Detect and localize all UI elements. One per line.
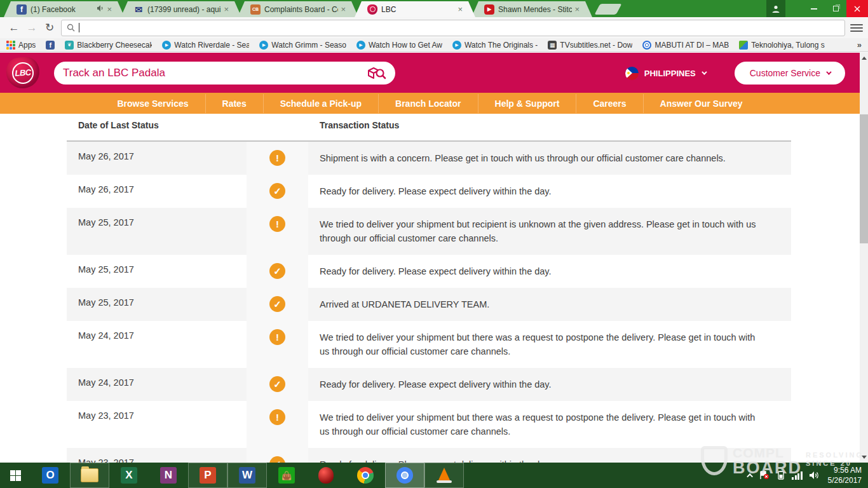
new-tab-button[interactable]	[594, 4, 621, 15]
back-icon[interactable]: ←	[5, 22, 23, 34]
apps-shortcut[interactable]: Apps	[6, 41, 36, 50]
status-icon-cell: ✓	[247, 175, 308, 208]
tab-close-icon[interactable]: ×	[458, 4, 463, 14]
status-text: Ready for delivery. Please expect delive…	[308, 255, 791, 288]
tab-close-icon[interactable]: ×	[224, 4, 229, 14]
check-icon: ✓	[269, 376, 285, 392]
network-signal-icon[interactable]	[792, 471, 803, 480]
nav-item-browse-services[interactable]: Browse Services	[100, 94, 205, 113]
restore-button[interactable]	[825, 0, 846, 17]
bookmark-item[interactable]: ▶Watch Riverdale - Sea	[162, 41, 249, 50]
bookmark-item[interactable]: ▶Watch How to Get Aw	[356, 41, 442, 50]
browser-tab[interactable]: LBC×	[355, 1, 475, 17]
outlook-taskbar-icon[interactable]: O	[31, 463, 70, 488]
profile-icon[interactable]	[766, 0, 785, 17]
table-row: May 25, 2017✓Arrived at URDANETA DELIVER…	[67, 288, 791, 321]
chevron-down-icon	[702, 69, 707, 74]
minimize-button[interactable]	[803, 0, 825, 17]
bookmark-item[interactable]: ▦TVsubtitles.net - Dow	[548, 41, 632, 50]
bookmark-label: Watch The Originals -	[465, 41, 538, 50]
bookmark-label: MABUTI AT DI – MAB	[654, 41, 729, 50]
reload-icon[interactable]: ↻	[41, 21, 58, 34]
clock-time: 9:56 AM	[828, 465, 862, 475]
table-header: Date of Last Status Transaction Status	[67, 114, 791, 142]
status-text: Shipment is with a concern. Please get i…	[308, 142, 791, 175]
lbc-logo[interactable]: LBC	[5, 56, 40, 90]
check-icon: ✓	[269, 263, 285, 279]
track-package-icon[interactable]	[367, 66, 386, 80]
scroll-up-icon[interactable]	[862, 57, 867, 60]
tab-close-icon[interactable]: ×	[574, 4, 580, 14]
nav-item-schedule-a-pick-up[interactable]: Schedule a Pick-up	[263, 94, 378, 113]
bookmark-item[interactable]: f	[46, 41, 55, 50]
tracking-input[interactable]	[63, 67, 367, 79]
chrome-taskbar-icon[interactable]	[346, 463, 385, 488]
tracking-table: Date of Last Status Transaction Status M…	[67, 114, 791, 463]
vlc-taskbar-icon[interactable]	[424, 463, 464, 488]
nav-item-careers[interactable]: Careers	[576, 94, 642, 113]
status-text: Arrived at URDANETA DELIVERY TEAM.	[308, 288, 791, 321]
close-button[interactable]	[846, 0, 868, 17]
bookmark-item[interactable]: Teknolohiya, Tulong s	[739, 41, 824, 50]
bookmark-label: TVsubtitles.net - Dow	[560, 41, 632, 50]
scrollbar-thumb[interactable]	[860, 114, 868, 243]
status-text: We tried to deliver your shipment but th…	[308, 401, 791, 448]
word-taskbar-icon[interactable]: W	[227, 463, 267, 488]
warning-icon: !	[269, 329, 285, 345]
bookmark-label: Watch How to Get Aw	[369, 41, 442, 50]
volume-icon[interactable]	[809, 471, 819, 480]
scroll-down-icon[interactable]	[862, 456, 867, 459]
tab-close-icon[interactable]: ×	[107, 4, 112, 14]
nav-item-help-support[interactable]: Help & Support	[478, 94, 576, 113]
lbc-favicon-icon	[367, 4, 377, 15]
nav-item-branch-locator[interactable]: Branch Locator	[378, 94, 477, 113]
url-input[interactable]	[79, 23, 839, 32]
browser-tab[interactable]: CBComplaints Board - Cons×	[238, 1, 358, 17]
start-button[interactable]	[0, 463, 31, 488]
status-date: May 23, 2017	[67, 448, 247, 463]
apps-grid-icon	[6, 41, 15, 50]
windows-store-taskbar-icon[interactable]: 👜	[267, 463, 306, 488]
column-transaction-status: Transaction Status	[308, 120, 791, 140]
battery-icon[interactable]	[776, 471, 785, 480]
action-center-flag-icon[interactable]	[759, 471, 770, 480]
country-selector[interactable]: PHILIPPINES	[625, 67, 705, 80]
red-app-taskbar-icon[interactable]	[306, 463, 346, 488]
clock-date: 5/26/2017	[828, 475, 862, 485]
browser-tab[interactable]: ✉(17399 unread) - aquinos×	[121, 1, 241, 17]
file-explorer-taskbar-icon[interactable]	[70, 463, 109, 488]
status-text: We tried to deliver your shipment but re…	[308, 208, 791, 255]
address-bar[interactable]	[61, 20, 845, 36]
bookmark-item[interactable]: ▶Watch The Originals -	[452, 41, 538, 50]
status-date: May 25, 2017	[67, 255, 247, 288]
status-icon-cell: !	[247, 142, 308, 175]
powerpoint-taskbar-icon[interactable]: P	[188, 463, 227, 488]
table-row: May 26, 2017✓Ready for delivery. Please …	[67, 175, 791, 208]
status-date: May 24, 2017	[67, 321, 247, 368]
bookmarks-overflow-icon[interactable]: »	[857, 40, 862, 50]
onenote-taskbar-icon[interactable]: N	[149, 463, 188, 488]
bookmark-label: Teknolohiya, Tulong s	[751, 41, 824, 50]
bookmark-item[interactable]: MABUTI AT DI – MAB	[642, 41, 729, 50]
forward-icon[interactable]: →	[23, 22, 41, 34]
photo-icon	[739, 41, 748, 50]
bookmark-label: Watch Grimm - Seaso	[271, 41, 346, 50]
bookmark-item[interactable]: ▶Watch Grimm - Seaso	[259, 41, 346, 50]
taskbar-clock[interactable]: 9:56 AM 5/26/2017	[825, 465, 862, 485]
page-scrollbar[interactable]	[860, 53, 868, 463]
table-row: May 24, 2017✓Ready for delivery. Please …	[67, 368, 791, 401]
customer-service-button[interactable]: Customer Service	[735, 62, 845, 85]
status-icon-cell: ✓	[247, 288, 308, 321]
chromium-taskbar-icon[interactable]	[385, 463, 424, 488]
nav-item-rates[interactable]: Rates	[205, 94, 263, 113]
tracking-search-box[interactable]	[54, 62, 395, 85]
tab-close-icon[interactable]: ×	[341, 4, 346, 14]
browser-tab[interactable]: ▶Shawn Mendes - Stitches×	[471, 1, 592, 17]
browser-tab[interactable]: f(1) Facebook×	[4, 1, 125, 17]
menu-icon[interactable]	[850, 24, 863, 32]
check-icon: ✓	[269, 456, 285, 463]
excel-taskbar-icon[interactable]: X	[109, 463, 149, 488]
tray-expand-chevron-icon[interactable]	[747, 473, 753, 479]
bookmark-item[interactable]: ❦Blackberry Cheesecak	[65, 41, 152, 50]
nav-item-answer-our-survey[interactable]: Answer Our Survey	[643, 94, 759, 113]
